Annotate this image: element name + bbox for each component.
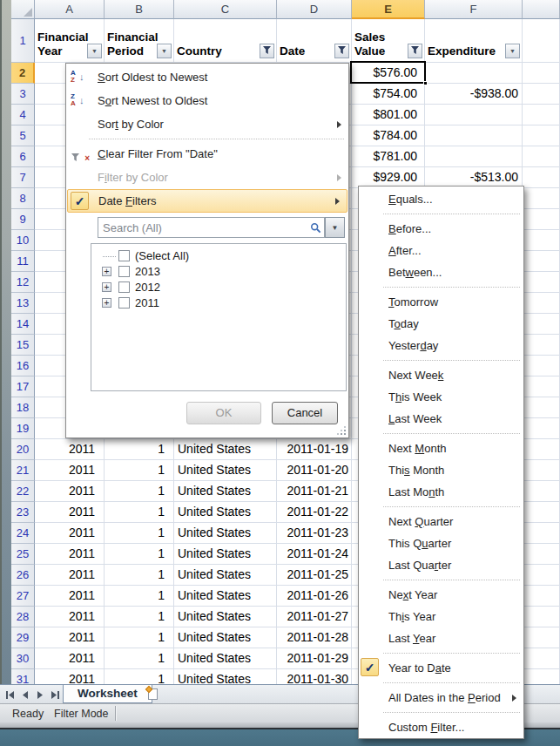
- cell-G29[interactable]: [523, 627, 560, 648]
- sheet-nav-last-button[interactable]: [48, 688, 62, 702]
- cell-F3[interactable]: -$938.00: [425, 84, 523, 105]
- cell-E5[interactable]: $784.00: [352, 125, 425, 146]
- row-header-25[interactable]: 25: [11, 544, 35, 565]
- cell-G15[interactable]: [523, 335, 560, 356]
- filter-menu-item-clear-filter-from-date[interactable]: ×Clear Filter From "Date": [66, 142, 348, 166]
- cell-C25[interactable]: United States: [174, 544, 277, 565]
- cell-A31[interactable]: 2011: [35, 669, 105, 684]
- date-filters-item-last-quarter[interactable]: Last Quarter: [359, 554, 523, 576]
- cell-B30[interactable]: 1: [105, 648, 174, 669]
- tree-item-2012[interactable]: +2012: [91, 280, 346, 295]
- cell-G30[interactable]: [523, 648, 560, 669]
- fill-handle[interactable]: [423, 81, 428, 85]
- cell-B29[interactable]: 1: [105, 627, 174, 648]
- row-header-18[interactable]: 18: [11, 397, 35, 418]
- cell-C29[interactable]: United States: [174, 627, 277, 648]
- cell-D25[interactable]: 2011-01-24: [277, 544, 352, 565]
- cell-D30[interactable]: 2011-01-29: [277, 648, 352, 669]
- cell-G24[interactable]: [523, 523, 560, 544]
- cell-C21[interactable]: United States: [174, 460, 277, 481]
- checkbox-2011[interactable]: [118, 297, 130, 309]
- cell-C30[interactable]: United States: [174, 648, 277, 669]
- filter-button-sales-value[interactable]: [408, 44, 422, 58]
- row-header-11[interactable]: 11: [11, 251, 35, 272]
- date-filters-item-this-quarter[interactable]: This Quarter: [359, 532, 523, 554]
- cell-D27[interactable]: 2011-01-26: [277, 586, 352, 607]
- cell-F4[interactable]: [425, 105, 523, 125]
- cell-G8[interactable]: [523, 188, 560, 209]
- cell-B28[interactable]: 1: [105, 607, 174, 627]
- cell-C28[interactable]: United States: [174, 607, 277, 627]
- date-filters-item-year-to-date[interactable]: ✓Year to Date: [359, 657, 523, 679]
- row-header-2[interactable]: 2: [11, 63, 35, 84]
- cell-G16[interactable]: [523, 356, 560, 376]
- row-header-26[interactable]: 26: [11, 565, 35, 586]
- row-header-5[interactable]: 5: [11, 125, 35, 146]
- date-filters-item-last-year[interactable]: Last Year: [359, 627, 523, 649]
- column-header-F[interactable]: F: [425, 0, 523, 19]
- cell-A22[interactable]: 2011: [35, 481, 105, 502]
- cell-C26[interactable]: United States: [174, 565, 277, 586]
- cell-G31[interactable]: [523, 669, 560, 684]
- cell-G20[interactable]: [523, 439, 560, 460]
- cell-D31[interactable]: 2011-01-30: [277, 669, 352, 684]
- row-header-14[interactable]: 14: [11, 314, 35, 335]
- row-header-4[interactable]: 4: [11, 105, 35, 125]
- cell-G11[interactable]: [523, 251, 560, 272]
- row-header-23[interactable]: 23: [11, 502, 35, 523]
- search-scope-dropdown-button[interactable]: ▼: [325, 217, 345, 238]
- cell-G17[interactable]: [523, 376, 560, 397]
- checkbox-2012[interactable]: [118, 281, 130, 293]
- sheet-tab-worksheet[interactable]: Worksheet: [63, 685, 152, 703]
- cell-G12[interactable]: [523, 272, 560, 293]
- cell-A21[interactable]: 2011: [35, 460, 105, 481]
- cell-G2[interactable]: [523, 63, 560, 84]
- cell-A20[interactable]: 2011: [35, 439, 105, 460]
- cell-G7[interactable]: [523, 167, 560, 188]
- checkbox-2013[interactable]: [118, 266, 130, 277]
- date-filters-item-last-month[interactable]: Last Month: [359, 481, 523, 503]
- filter-button-country[interactable]: [260, 44, 274, 58]
- cell-G14[interactable]: [523, 314, 560, 335]
- column-header-D[interactable]: D: [277, 0, 352, 19]
- sheet-nav-next-button[interactable]: [33, 688, 47, 702]
- cell-G3[interactable]: [523, 84, 560, 105]
- date-filters-item-custom-filter[interactable]: Custom Filter...: [359, 716, 523, 738]
- ok-button[interactable]: OK: [186, 402, 261, 424]
- date-filters-item-next-month[interactable]: Next Month: [359, 437, 523, 459]
- cell-B20[interactable]: 1: [105, 439, 174, 460]
- cell-A30[interactable]: 2011: [35, 648, 105, 669]
- row-header-20[interactable]: 20: [11, 439, 35, 460]
- cell-B25[interactable]: 1: [105, 544, 174, 565]
- cell-D24[interactable]: 2011-01-23: [277, 523, 352, 544]
- cell-G21[interactable]: [523, 460, 560, 481]
- date-filters-item-yesterday[interactable]: Yesterday: [359, 335, 523, 356]
- row-header-3[interactable]: 3: [11, 84, 35, 105]
- insert-worksheet-button[interactable]: [146, 688, 160, 702]
- date-filters-item-this-month[interactable]: This Month: [359, 459, 523, 481]
- cell-D23[interactable]: 2011-01-22: [277, 502, 352, 523]
- cell-G10[interactable]: [523, 230, 560, 251]
- cell-E6[interactable]: $781.00: [352, 146, 425, 167]
- date-filters-item-all-dates-in-the-period[interactable]: All Dates in the Period: [359, 687, 523, 709]
- cell-C24[interactable]: United States: [174, 523, 277, 544]
- row-header-8[interactable]: 8: [11, 188, 35, 209]
- cell-A28[interactable]: 2011: [35, 607, 105, 627]
- sheet-nav-first-button[interactable]: [3, 688, 17, 702]
- cell-D22[interactable]: 2011-01-21: [277, 481, 352, 502]
- date-filters-item-next-week[interactable]: Next Week: [359, 364, 523, 386]
- cell-B27[interactable]: 1: [105, 586, 174, 607]
- date-filters-item-this-year[interactable]: This Year: [359, 606, 523, 627]
- cell-B31[interactable]: 1: [105, 669, 174, 684]
- cell-G25[interactable]: [523, 544, 560, 565]
- cell-C22[interactable]: United States: [174, 481, 277, 502]
- select-all-corner[interactable]: [11, 0, 35, 19]
- row-header-9[interactable]: 9: [11, 209, 35, 230]
- cell-B24[interactable]: 1: [105, 523, 174, 544]
- row-header-12[interactable]: 12: [11, 272, 35, 293]
- row-header-22[interactable]: 22: [11, 481, 35, 502]
- cancel-button[interactable]: Cancel: [272, 402, 338, 424]
- date-filters-item-next-year[interactable]: Next Year: [359, 584, 523, 606]
- cell-C20[interactable]: United States: [174, 439, 277, 460]
- cell-F5[interactable]: [425, 125, 523, 146]
